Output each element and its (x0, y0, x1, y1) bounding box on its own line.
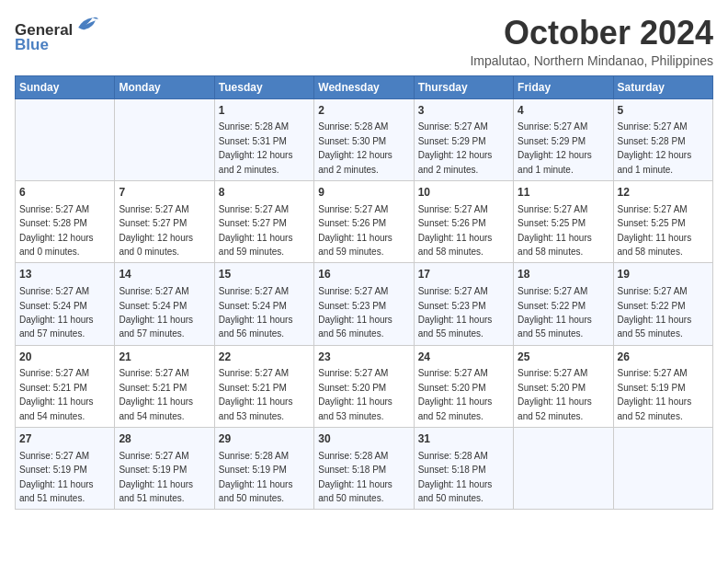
day-number: 3 (418, 103, 509, 119)
calendar-cell: 24Sunrise: 5:27 AM Sunset: 5:20 PM Dayli… (414, 345, 513, 427)
logo-text-block: General Blue (15, 15, 98, 53)
day-number: 20 (19, 350, 110, 365)
day-number: 1 (219, 103, 310, 119)
day-info: Sunrise: 5:27 AM Sunset: 5:25 PM Dayligh… (618, 204, 692, 257)
calendar-header-row: SundayMondayTuesdayWednesdayThursdayFrid… (16, 75, 713, 98)
calendar-cell: 21Sunrise: 5:27 AM Sunset: 5:21 PM Dayli… (115, 345, 214, 427)
day-number: 22 (219, 350, 310, 365)
day-info: Sunrise: 5:27 AM Sunset: 5:22 PM Dayligh… (518, 286, 592, 339)
header-day-thursday: Thursday (414, 75, 513, 98)
calendar-cell: 17Sunrise: 5:27 AM Sunset: 5:23 PM Dayli… (414, 263, 513, 345)
day-number: 29 (219, 431, 310, 447)
calendar-cell: 13Sunrise: 5:27 AM Sunset: 5:24 PM Dayli… (16, 263, 115, 345)
day-info: Sunrise: 5:27 AM Sunset: 5:24 PM Dayligh… (219, 286, 293, 339)
day-info: Sunrise: 5:27 AM Sunset: 5:27 PM Dayligh… (219, 204, 293, 257)
day-number: 5 (618, 103, 709, 119)
header-day-sunday: Sunday (16, 75, 115, 98)
logo: General Blue (15, 15, 98, 53)
day-info: Sunrise: 5:27 AM Sunset: 5:19 PM Dayligh… (119, 451, 193, 503)
calendar-cell (514, 428, 613, 510)
calendar-cell: 16Sunrise: 5:27 AM Sunset: 5:23 PM Dayli… (314, 263, 414, 345)
calendar-week-row: 13Sunrise: 5:27 AM Sunset: 5:24 PM Dayli… (16, 263, 713, 345)
header-day-friday: Friday (514, 75, 613, 98)
logo-bird-icon (73, 15, 98, 35)
calendar-cell: 4Sunrise: 5:27 AM Sunset: 5:29 PM Daylig… (514, 98, 613, 180)
day-info: Sunrise: 5:27 AM Sunset: 5:28 PM Dayligh… (618, 121, 692, 174)
day-number: 17 (418, 267, 509, 282)
day-number: 16 (318, 267, 409, 282)
calendar-cell: 22Sunrise: 5:27 AM Sunset: 5:21 PM Dayli… (214, 345, 313, 427)
header-day-tuesday: Tuesday (214, 75, 313, 98)
day-info: Sunrise: 5:27 AM Sunset: 5:23 PM Dayligh… (318, 286, 392, 339)
day-number: 8 (219, 185, 310, 201)
day-info: Sunrise: 5:27 AM Sunset: 5:20 PM Dayligh… (318, 368, 392, 420)
calendar-cell: 2Sunrise: 5:28 AM Sunset: 5:30 PM Daylig… (314, 98, 414, 180)
day-info: Sunrise: 5:27 AM Sunset: 5:19 PM Dayligh… (19, 451, 94, 503)
calendar-cell: 18Sunrise: 5:27 AM Sunset: 5:22 PM Dayli… (514, 263, 613, 345)
day-number: 28 (119, 431, 210, 447)
day-info: Sunrise: 5:27 AM Sunset: 5:23 PM Dayligh… (418, 286, 493, 339)
calendar-table: SundayMondayTuesdayWednesdayThursdayFrid… (15, 75, 713, 511)
day-info: Sunrise: 5:28 AM Sunset: 5:30 PM Dayligh… (318, 121, 392, 174)
day-number: 2 (318, 103, 409, 119)
calendar-week-row: 20Sunrise: 5:27 AM Sunset: 5:21 PM Dayli… (16, 345, 713, 427)
day-info: Sunrise: 5:27 AM Sunset: 5:29 PM Dayligh… (518, 121, 592, 174)
day-number: 14 (119, 267, 210, 282)
day-info: Sunrise: 5:27 AM Sunset: 5:27 PM Dayligh… (119, 204, 193, 257)
calendar-cell: 29Sunrise: 5:28 AM Sunset: 5:19 PM Dayli… (214, 428, 313, 510)
calendar-cell: 30Sunrise: 5:28 AM Sunset: 5:18 PM Dayli… (314, 428, 414, 510)
day-info: Sunrise: 5:27 AM Sunset: 5:19 PM Dayligh… (618, 368, 692, 420)
calendar-cell: 19Sunrise: 5:27 AM Sunset: 5:22 PM Dayli… (613, 263, 712, 345)
header-day-wednesday: Wednesday (314, 75, 414, 98)
day-number: 23 (318, 350, 409, 365)
day-number: 30 (318, 431, 409, 447)
page-header: General Blue October 2024 Impalutao, Nor… (15, 15, 713, 68)
day-info: Sunrise: 5:27 AM Sunset: 5:22 PM Dayligh… (618, 286, 692, 339)
day-info: Sunrise: 5:27 AM Sunset: 5:21 PM Dayligh… (19, 368, 94, 420)
day-info: Sunrise: 5:27 AM Sunset: 5:25 PM Dayligh… (518, 204, 592, 257)
day-number: 24 (418, 350, 509, 365)
day-number: 7 (119, 185, 210, 201)
calendar-cell: 25Sunrise: 5:27 AM Sunset: 5:20 PM Dayli… (514, 345, 613, 427)
calendar-cell: 15Sunrise: 5:27 AM Sunset: 5:24 PM Dayli… (214, 263, 313, 345)
calendar-cell: 14Sunrise: 5:27 AM Sunset: 5:24 PM Dayli… (115, 263, 214, 345)
day-number: 12 (618, 185, 709, 201)
location: Impalutao, Northern Mindanao, Philippine… (470, 53, 713, 68)
calendar-cell: 12Sunrise: 5:27 AM Sunset: 5:25 PM Dayli… (613, 180, 712, 262)
calendar-week-row: 27Sunrise: 5:27 AM Sunset: 5:19 PM Dayli… (16, 428, 713, 510)
calendar-cell (115, 98, 214, 180)
day-info: Sunrise: 5:27 AM Sunset: 5:21 PM Dayligh… (219, 368, 293, 420)
day-number: 13 (19, 267, 110, 282)
calendar-cell (16, 98, 115, 180)
day-info: Sunrise: 5:27 AM Sunset: 5:26 PM Dayligh… (418, 204, 493, 257)
day-info: Sunrise: 5:27 AM Sunset: 5:21 PM Dayligh… (119, 368, 193, 420)
calendar-week-row: 6Sunrise: 5:27 AM Sunset: 5:28 PM Daylig… (16, 180, 713, 262)
day-number: 31 (418, 431, 509, 447)
calendar-cell: 5Sunrise: 5:27 AM Sunset: 5:28 PM Daylig… (613, 98, 712, 180)
day-info: Sunrise: 5:27 AM Sunset: 5:29 PM Dayligh… (418, 121, 493, 174)
day-number: 15 (219, 267, 310, 282)
calendar-cell: 7Sunrise: 5:27 AM Sunset: 5:27 PM Daylig… (115, 180, 214, 262)
day-number: 10 (418, 185, 509, 201)
day-number: 26 (618, 350, 709, 365)
day-info: Sunrise: 5:28 AM Sunset: 5:19 PM Dayligh… (219, 451, 293, 503)
day-info: Sunrise: 5:27 AM Sunset: 5:28 PM Dayligh… (19, 204, 94, 257)
header-day-saturday: Saturday (613, 75, 712, 98)
day-number: 9 (318, 185, 409, 201)
day-info: Sunrise: 5:28 AM Sunset: 5:18 PM Dayligh… (318, 451, 392, 503)
calendar-cell: 27Sunrise: 5:27 AM Sunset: 5:19 PM Dayli… (16, 428, 115, 510)
title-block: October 2024 Impalutao, Northern Mindana… (470, 15, 713, 68)
calendar-cell (613, 428, 712, 510)
header-day-monday: Monday (115, 75, 214, 98)
calendar-cell: 26Sunrise: 5:27 AM Sunset: 5:19 PM Dayli… (613, 345, 712, 427)
calendar-cell: 9Sunrise: 5:27 AM Sunset: 5:26 PM Daylig… (314, 180, 414, 262)
day-number: 19 (618, 267, 709, 282)
day-info: Sunrise: 5:27 AM Sunset: 5:26 PM Dayligh… (318, 204, 392, 257)
day-number: 25 (518, 350, 609, 365)
day-number: 21 (119, 350, 210, 365)
day-info: Sunrise: 5:28 AM Sunset: 5:31 PM Dayligh… (219, 121, 293, 174)
day-number: 27 (19, 431, 110, 447)
day-number: 6 (19, 185, 110, 201)
calendar-cell: 31Sunrise: 5:28 AM Sunset: 5:18 PM Dayli… (414, 428, 513, 510)
day-number: 4 (518, 103, 609, 119)
